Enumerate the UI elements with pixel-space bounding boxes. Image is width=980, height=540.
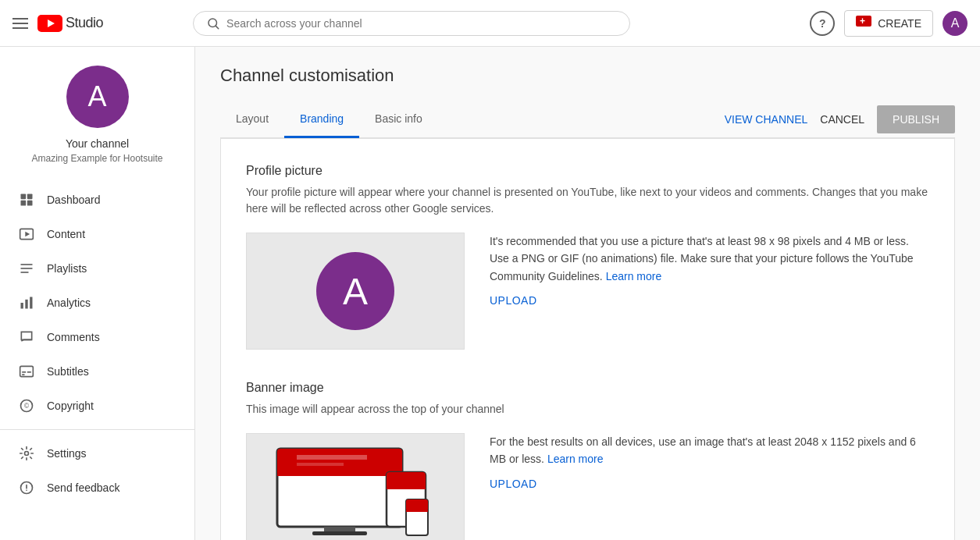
- sidebar-item-analytics[interactable]: Analytics: [0, 286, 194, 320]
- branding-content: Profile picture Your profile picture wil…: [220, 138, 955, 540]
- profile-preview-avatar: A: [316, 252, 394, 330]
- sidebar-label-subtitles: Subtitles: [47, 365, 89, 378]
- tabs: Layout Branding Basic info: [220, 101, 725, 137]
- svg-rect-35: [312, 531, 367, 535]
- svg-rect-9: [27, 201, 33, 206]
- profile-picture-info-text: It's recommended that you use a picture …: [490, 233, 929, 285]
- comments-icon: [19, 329, 34, 345]
- profile-picture-title: Profile picture: [246, 164, 929, 178]
- profile-picture-row: A It's recommended that you use a pictur…: [246, 233, 929, 350]
- banner-image-title: Banner image: [246, 381, 929, 395]
- sidebar-label-dashboard: Dashboard: [47, 194, 101, 206]
- profile-picture-desc: Your profile picture will appear where y…: [246, 184, 929, 217]
- tab-basic-info[interactable]: Basic info: [359, 101, 438, 138]
- content-icon: [19, 226, 34, 242]
- svg-rect-18: [20, 366, 34, 376]
- banner-image-learn-more[interactable]: Learn more: [547, 453, 604, 465]
- sidebar-channel-sub: Amazing Example for Hootsuite: [31, 153, 162, 164]
- svg-marker-11: [25, 232, 30, 237]
- publish-button: PUBLISH: [877, 105, 955, 133]
- create-button[interactable]: + CREATE: [844, 10, 933, 37]
- svg-rect-30: [277, 474, 402, 476]
- svg-line-3: [216, 26, 218, 28]
- svg-text:©: ©: [24, 402, 29, 410]
- banner-image-preview: [246, 433, 465, 540]
- studio-label: Studio: [66, 15, 103, 31]
- help-button[interactable]: ?: [810, 11, 835, 36]
- youtube-logo-icon: [37, 15, 62, 32]
- sidebar-label-content: Content: [47, 228, 85, 240]
- create-icon: +: [856, 16, 871, 31]
- svg-point-24: [25, 452, 29, 456]
- create-label: CREATE: [878, 17, 921, 30]
- profile-picture-section: Profile picture Your profile picture wil…: [246, 164, 929, 350]
- sidebar-item-playlists[interactable]: Playlists: [0, 251, 194, 286]
- sidebar-label-settings: Settings: [47, 447, 87, 460]
- sidebar-item-comments[interactable]: Comments: [0, 320, 194, 354]
- search-icon: [206, 16, 220, 30]
- sidebar-item-copyright[interactable]: © Copyright: [0, 389, 194, 423]
- svg-rect-41: [406, 510, 428, 512]
- profile-picture-learn-more[interactable]: Learn more: [606, 270, 662, 282]
- svg-rect-37: [387, 472, 426, 489]
- main-content: Channel customisation Layout Branding Ba…: [195, 47, 980, 540]
- sidebar-item-settings[interactable]: Settings: [0, 436, 194, 471]
- help-icon: ?: [819, 17, 826, 30]
- svg-rect-40: [406, 499, 428, 511]
- banner-image-upload-button[interactable]: UPLOAD: [490, 478, 537, 490]
- sidebar-nav: Dashboard Content: [0, 183, 194, 505]
- svg-rect-16: [25, 300, 27, 309]
- tab-branding[interactable]: Branding: [284, 101, 359, 138]
- banner-image-info: For the best results on all devices, use…: [490, 433, 929, 490]
- user-avatar-letter: A: [951, 16, 960, 30]
- svg-text:+: +: [860, 16, 865, 27]
- sidebar-item-content[interactable]: Content: [0, 217, 194, 251]
- banner-image-row: For the best results on all devices, use…: [246, 433, 929, 540]
- cancel-button[interactable]: CANCEL: [820, 113, 864, 126]
- profile-preview-letter: A: [343, 270, 368, 313]
- sidebar-avatar-letter: A: [87, 80, 106, 113]
- dashboard-icon: [19, 192, 34, 208]
- sidebar-label-feedback: Send feedback: [47, 481, 119, 494]
- sidebar-item-subtitles[interactable]: Subtitles: [0, 354, 194, 389]
- sidebar-label-analytics: Analytics: [47, 297, 91, 309]
- menu-button[interactable]: [12, 18, 28, 29]
- sidebar-item-dashboard[interactable]: Dashboard: [0, 183, 194, 217]
- banner-image-desc: This image will appear across the top of…: [246, 401, 929, 417]
- sidebar: A Your channel Amazing Example for Hoots…: [0, 47, 195, 540]
- profile-picture-upload-button[interactable]: UPLOAD: [490, 294, 537, 307]
- svg-rect-38: [387, 488, 426, 489]
- tabs-bar: Layout Branding Basic info VIEW CHANNEL …: [220, 101, 955, 138]
- svg-rect-6: [21, 194, 27, 200]
- svg-rect-29: [277, 449, 402, 476]
- svg-rect-34: [324, 527, 355, 531]
- svg-point-27: [26, 490, 27, 492]
- tab-layout[interactable]: Layout: [220, 101, 284, 138]
- svg-rect-33: [297, 463, 344, 466]
- feedback-icon: [19, 480, 34, 496]
- sidebar-channel-avatar: A: [66, 66, 129, 128]
- profile-picture-info: It's recommended that you use a picture …: [490, 233, 929, 307]
- banner-image-section: Banner image This image will appear acro…: [246, 381, 929, 540]
- view-channel-button[interactable]: VIEW CHANNEL: [725, 113, 808, 126]
- svg-rect-31: [280, 478, 399, 524]
- playlists-icon: [19, 261, 34, 276]
- subtitles-icon: [19, 364, 34, 379]
- profile-picture-preview: A: [246, 233, 465, 350]
- sidebar-label-comments: Comments: [47, 331, 100, 343]
- sidebar-item-send-feedback[interactable]: Send feedback: [0, 471, 194, 505]
- page-title: Channel customisation: [220, 66, 955, 86]
- svg-rect-17: [30, 297, 32, 309]
- search-bar[interactable]: [193, 11, 630, 36]
- banner-image-info-text: For the best results on all devices, use…: [490, 433, 929, 468]
- user-avatar-button[interactable]: A: [943, 11, 968, 36]
- svg-rect-7: [27, 194, 33, 200]
- banner-preview-svg: [269, 441, 441, 540]
- topnav: Studio ? + CREATE A: [0, 0, 980, 47]
- svg-rect-32: [297, 455, 367, 460]
- logo[interactable]: Studio: [37, 15, 103, 32]
- svg-rect-8: [21, 201, 27, 206]
- analytics-icon: [19, 295, 34, 311]
- svg-rect-15: [21, 303, 23, 309]
- search-input[interactable]: [226, 17, 617, 30]
